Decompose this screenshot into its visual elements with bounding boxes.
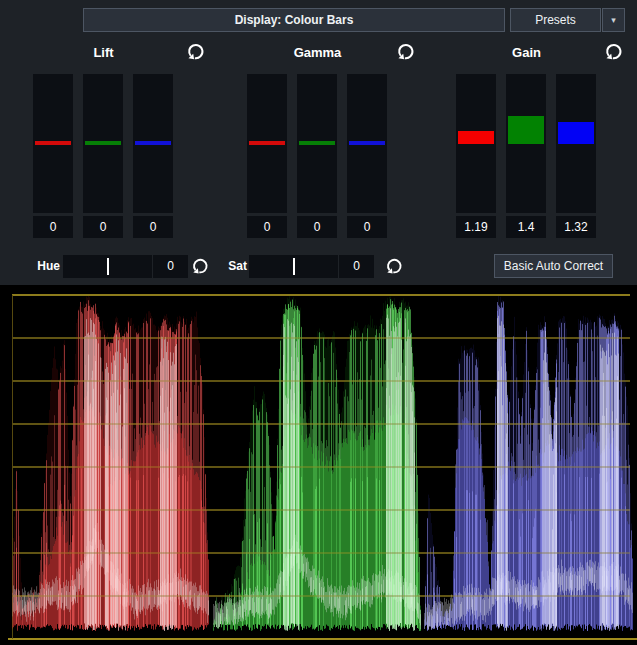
gamma-green-value: 0	[297, 216, 337, 238]
lift-blue-value: 0	[133, 216, 173, 238]
presets-dropdown-button[interactable]: ▾	[602, 8, 625, 32]
lift-red-slider[interactable]	[33, 74, 73, 213]
gain-red-slider-handle[interactable]	[458, 131, 494, 144]
gain-section-label: Gain	[456, 45, 597, 60]
gain-blue-value: 1.32	[556, 216, 596, 238]
reset-circular-arrow-icon	[186, 42, 205, 61]
lift-blue-slider[interactable]	[133, 74, 173, 213]
gamma-section-label: Gamma	[247, 45, 388, 60]
lift-green-value: 0	[83, 216, 123, 238]
gain-green-value: 1.4	[506, 216, 546, 238]
gamma-red-slider-handle[interactable]	[249, 141, 285, 145]
sat-slider-handle[interactable]	[293, 258, 295, 275]
gamma-green-slider-handle[interactable]	[299, 141, 335, 145]
basic-auto-correct-button[interactable]: Basic Auto Correct	[494, 254, 613, 278]
gain-blue-slider-handle[interactable]	[558, 122, 594, 144]
lift-blue-slider-handle[interactable]	[135, 141, 171, 145]
lift-section-label: Lift	[33, 45, 174, 60]
gamma-blue-slider[interactable]	[347, 74, 387, 213]
gain-green-slider[interactable]	[506, 74, 546, 213]
gamma-red-slider[interactable]	[247, 74, 287, 213]
gain-green-slider-handle[interactable]	[508, 116, 544, 144]
gain-red-slider[interactable]	[456, 74, 496, 213]
gain-blue-slider[interactable]	[556, 74, 596, 213]
lift-green-slider[interactable]	[83, 74, 123, 213]
presets-button[interactable]: Presets	[510, 8, 601, 32]
chevron-down-icon: ▾	[611, 15, 616, 25]
sat-label: Sat	[205, 255, 247, 278]
hue-label: Hue	[18, 255, 60, 278]
lift-reset-button[interactable]	[185, 42, 205, 62]
hue-value: 0	[153, 255, 188, 278]
display-mode-button[interactable]: Display: Colour Bars	[83, 8, 505, 32]
lift-red-slider-handle[interactable]	[35, 141, 71, 145]
colour-correct-panel: { "top_bar": { "display_button": "Displa…	[0, 0, 637, 645]
sat-reset-button[interactable]	[384, 257, 403, 276]
hue-slider[interactable]	[63, 255, 152, 278]
gamma-blue-value: 0	[347, 216, 387, 238]
reset-circular-arrow-icon	[385, 257, 403, 275]
reset-circular-arrow-icon	[396, 42, 415, 61]
lift-red-value: 0	[33, 216, 73, 238]
gain-red-value: 1.19	[456, 216, 496, 238]
rgb-parade-waveform-scope	[0, 285, 637, 645]
gamma-reset-button[interactable]	[395, 42, 415, 62]
sat-slider[interactable]	[249, 255, 338, 278]
gamma-blue-slider-handle[interactable]	[349, 141, 385, 145]
gamma-green-slider[interactable]	[297, 74, 337, 213]
gain-reset-button[interactable]	[603, 42, 623, 62]
gamma-red-value: 0	[247, 216, 287, 238]
reset-circular-arrow-icon	[604, 42, 623, 61]
hue-slider-handle[interactable]	[107, 258, 109, 275]
sat-value: 0	[339, 255, 374, 278]
lift-green-slider-handle[interactable]	[85, 141, 121, 145]
